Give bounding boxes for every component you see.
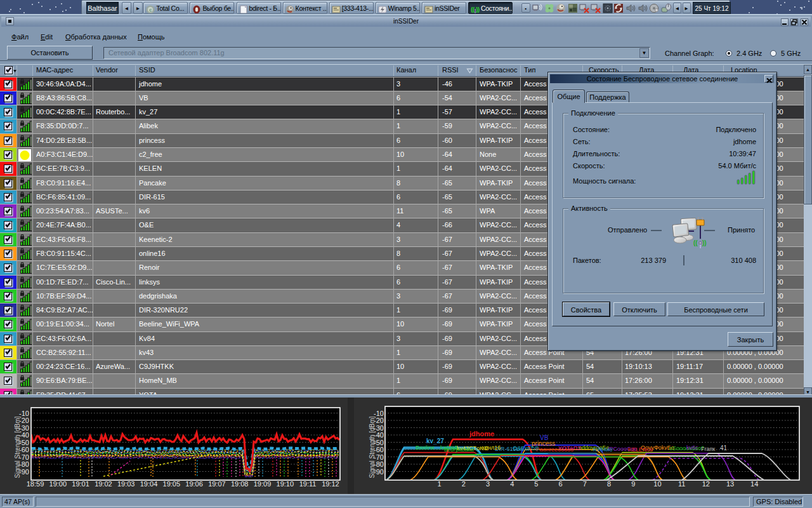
svg-text:)): )) <box>702 239 707 246</box>
svg-text:((: (( <box>693 239 698 246</box>
